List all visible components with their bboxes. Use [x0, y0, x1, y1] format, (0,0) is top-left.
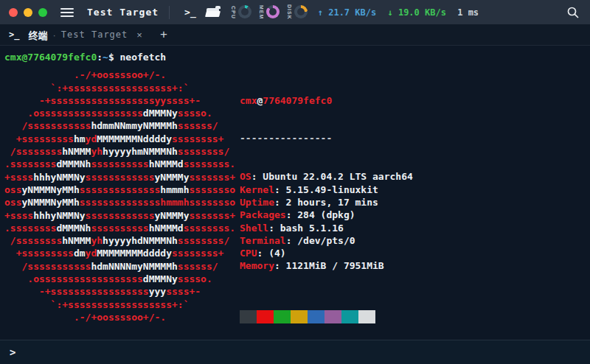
upload-speed: ↑ 21.7 KB/s — [318, 7, 376, 18]
window-controls — [9, 8, 47, 17]
neofetch-info-row: Kernel: 5.15.49-linuxkit — [240, 183, 413, 196]
bottom-panel: > — [0, 340, 590, 364]
neofetch-info-row: Shell: bash 5.1.16 — [240, 222, 413, 234]
command-text: neofetch — [120, 52, 167, 63]
disk-gauge: DISK — [287, 4, 308, 20]
mem-gauge-ring — [266, 5, 280, 18]
tab-label-cn: 终端 — [28, 28, 47, 42]
palette-swatch — [274, 310, 291, 323]
palette-swatch — [291, 310, 308, 323]
cpu-gauge: CPU — [231, 5, 251, 18]
zoom-button[interactable] — [38, 8, 47, 17]
palette-row-normal — [240, 310, 413, 323]
neofetch-title: cmx@7764079fefc0 — [240, 94, 413, 107]
new-terminal-icon[interactable]: >_ — [180, 7, 201, 18]
mem-gauge-label: MEM — [259, 5, 264, 19]
new-tab-icon[interactable]: + — [160, 27, 167, 42]
tab-separator: · — [52, 29, 55, 41]
download-speed: ↓ 19.0 KB/s — [387, 7, 445, 18]
palette-swatch — [240, 310, 257, 323]
minimize-button[interactable] — [24, 8, 32, 17]
cpu-gauge-ring — [238, 5, 251, 18]
titlebar: Test Target >_ CPUMEMDISK ↑ 21.7 KB/s ↓ … — [0, 0, 590, 24]
disk-gauge-label: DISK — [287, 4, 292, 20]
shell-prompt: cmx@7764079fefc0:~$ neofetch — [4, 51, 590, 63]
terminal-viewport[interactable]: cmx@7764079fefc0:~$ neofetch .-/+oosssso… — [0, 46, 590, 340]
tab-close-icon[interactable]: × — [136, 29, 142, 41]
tab-test-target[interactable]: 终端 · Test Target × — [28, 28, 142, 42]
terminal-prompt-icon: >_ — [9, 29, 19, 40]
neofetch-underline: ---------------- — [240, 132, 413, 144]
neofetch-info-row: Packages: 284 (dpkg) — [240, 209, 413, 221]
system-gauges: CPUMEMDISK — [231, 4, 315, 20]
terminal-app-window: Test Target >_ CPUMEMDISK ↑ 21.7 KB/s ↓ … — [0, 0, 590, 364]
prompt-user-host: cmx@7764079fefc0 — [4, 52, 97, 63]
neofetch-info-row: CPU: (4) — [240, 247, 413, 259]
mem-gauge: MEM — [259, 5, 280, 19]
palette-swatch — [308, 310, 324, 323]
folder-icon[interactable] — [206, 8, 219, 17]
prompt-path: ~ — [103, 52, 108, 63]
palette-swatch — [257, 310, 274, 323]
search-icon[interactable] — [565, 4, 581, 21]
neofetch-info-panel: cmx@7764079fefc0 ---------------- OS: Ub… — [240, 69, 413, 340]
window-title: Test Target — [87, 7, 159, 18]
latency: 1 ms — [457, 7, 479, 18]
titlebar-divider — [169, 6, 170, 19]
tab-label-en: Test Target — [61, 29, 128, 40]
neofetch-info-row: Uptime: 2 hours, 17 mins — [240, 196, 413, 209]
palette-swatch — [341, 310, 358, 323]
network-stats: ↑ 21.7 KB/s ↓ 19.0 KB/s 1 ms — [318, 7, 485, 18]
palette-swatch — [324, 310, 341, 323]
neofetch-info-row: Terminal: /dev/pts/0 — [240, 234, 413, 247]
palette-swatch — [358, 310, 375, 323]
neofetch-info-rows: OS: Ubuntu 22.04.2 LTS aarch64Kernel: 5.… — [240, 170, 413, 272]
neofetch-info-row: Memory: 1121MiB / 7951MiB — [240, 259, 413, 272]
chevron-right-icon[interactable]: > — [10, 346, 15, 358]
disk-gauge-ring — [294, 5, 308, 18]
menu-icon[interactable] — [60, 8, 74, 17]
close-button[interactable] — [9, 8, 18, 17]
cpu-gauge-label: CPU — [231, 6, 236, 19]
neofetch-info-row: OS: Ubuntu 22.04.2 LTS aarch64 — [240, 170, 413, 183]
tab-bar: >_ 终端 · Test Target × + — [0, 24, 590, 46]
